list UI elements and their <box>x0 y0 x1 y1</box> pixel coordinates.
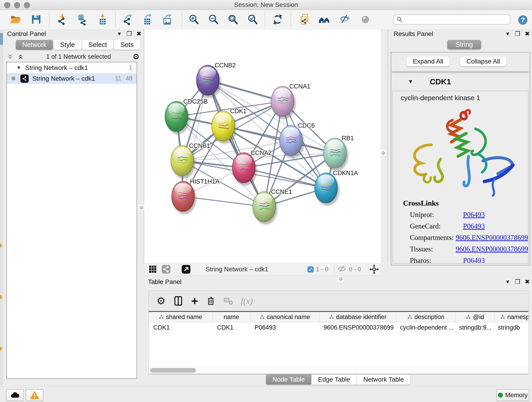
crosslinks-section: CrossLinks Uniprot:P06493GeneCard:P06493… <box>393 199 528 264</box>
selected-checkbox-icon[interactable]: ✓ <box>307 266 314 273</box>
column-header-namespace[interactable]: namespace <box>495 312 529 322</box>
column-header--id[interactable]: @id <box>456 312 495 322</box>
edge-CDK1-RB1[interactable] <box>223 126 335 153</box>
show-columns-icon[interactable] <box>173 296 183 306</box>
zoom-in-button[interactable] <box>187 13 200 26</box>
search-box[interactable] <box>393 14 510 25</box>
show-items-button[interactable] <box>359 13 372 26</box>
add-column-icon[interactable]: + <box>191 296 198 306</box>
cloud-button[interactable] <box>6 389 24 401</box>
selected-count: 1 - 0 <box>316 266 328 273</box>
tab-style[interactable]: Style <box>54 40 81 50</box>
import-network-button[interactable] <box>56 13 69 26</box>
column-header-database-identifier[interactable]: database identifier <box>320 312 396 322</box>
table-cell: 9606.ENSP00000378699 <box>319 322 395 333</box>
gene-header[interactable]: ▼ CDK1 <box>391 73 530 90</box>
node-CDKN1A[interactable] <box>315 173 339 206</box>
table-settings-gear-icon[interactable]: ⚙ <box>157 297 165 305</box>
zoom-selected-button[interactable] <box>246 13 259 26</box>
node-CCNE1[interactable] <box>253 191 278 225</box>
crosslink-link[interactable]: P06493 <box>463 211 485 219</box>
share-document-button[interactable] <box>298 13 311 26</box>
open-session-button[interactable] <box>9 13 22 26</box>
right-splitter[interactable] <box>388 30 388 263</box>
desktop-edge-artifact <box>0 33 3 45</box>
splitter-handle[interactable] <box>139 205 144 210</box>
export-image-button[interactable] <box>161 13 174 26</box>
search-input[interactable] <box>404 15 510 24</box>
string-style-toggle-icon[interactable] <box>161 264 171 274</box>
collapse-triangle-icon[interactable]: ▼ <box>408 78 413 85</box>
grid-view-icon[interactable] <box>148 264 158 274</box>
export-table-button[interactable] <box>141 13 154 26</box>
node-HIST1H1A[interactable] <box>172 181 196 214</box>
float-panel-icon[interactable]: ❒ <box>515 30 520 37</box>
import-table-button[interactable] <box>96 13 109 26</box>
node-CCNB1[interactable] <box>171 146 196 179</box>
home-button[interactable] <box>318 13 331 26</box>
open-in-window-icon[interactable] <box>181 264 191 274</box>
table-cell: CDK1 <box>212 322 250 333</box>
table-horizontal-scrollbar[interactable] <box>149 367 529 374</box>
network-collection-row[interactable]: ▼ String Network – cdk1 1 <box>7 62 137 73</box>
birdseye-navigator-icon[interactable] <box>369 264 379 274</box>
collapse-triangle-icon[interactable]: ▼ <box>17 65 21 70</box>
close-panel-icon[interactable]: ✖ <box>136 30 141 37</box>
column-header-description[interactable]: description <box>396 312 456 322</box>
zoom-fit-button[interactable] <box>227 13 239 26</box>
left-splitter[interactable] <box>144 30 144 263</box>
zoom-out-button[interactable] <box>207 13 220 26</box>
delete-column-trash-icon[interactable] <box>206 296 215 306</box>
node-RB1[interactable] <box>323 138 348 171</box>
warning-button[interactable] <box>26 389 44 401</box>
import-database-button[interactable] <box>75 13 88 26</box>
column-header-shared-name[interactable]: shared name <box>149 312 213 322</box>
tab-string[interactable]: String <box>447 40 481 49</box>
column-header-canonical-name[interactable]: canonical name <box>250 312 320 322</box>
float-panel-icon[interactable]: ❒ <box>127 30 132 37</box>
tab-edge-table[interactable]: Edge Table <box>311 374 357 385</box>
node-CDC6[interactable] <box>279 125 304 158</box>
node-CCNB2[interactable] <box>196 65 221 98</box>
tab-network-table[interactable]: Network Table <box>357 374 411 385</box>
splitter-handle[interactable] <box>380 150 386 156</box>
crosslink-label: Compartments: <box>410 234 456 242</box>
table-row[interactable]: CDK1CDK1P064939606.ENSP00000378699cyclin… <box>149 322 529 333</box>
save-session-button[interactable] <box>30 13 43 26</box>
panel-menu-icon[interactable]: ▼ <box>505 31 510 37</box>
hide-items-button[interactable] <box>338 13 351 26</box>
export-table-icon <box>142 13 154 26</box>
gear-icon[interactable]: ⚙ <box>133 53 139 61</box>
toolbar-separator <box>115 12 116 27</box>
column-header-name[interactable]: name <box>213 312 250 322</box>
crosslink-link[interactable]: 9606.ENSP00000378699 <box>456 234 528 242</box>
collapse-all-icon[interactable] <box>6 53 14 61</box>
network-row[interactable]: String Network – cdk1 11 48 <box>7 73 137 84</box>
close-panel-icon[interactable]: ✖ <box>525 278 530 285</box>
crosslink-link[interactable]: P06493 <box>463 222 485 230</box>
expand-all-button[interactable]: Expand All <box>406 57 450 66</box>
crosslink-link[interactable]: 9606.ENSP00000378699 <box>456 245 528 253</box>
tab-network[interactable]: Network <box>16 40 53 50</box>
tab-select[interactable]: Select <box>82 40 114 50</box>
edge-CCNB2-CCNE1[interactable] <box>208 80 264 207</box>
collapse-all-button[interactable]: Collapse All <box>460 57 506 66</box>
export-network-button[interactable] <box>122 13 135 26</box>
tab-sets[interactable]: Sets <box>114 40 140 50</box>
node-CCNA2[interactable] <box>232 153 257 186</box>
results-panel: Results Panel ▼ ❒ ✖ String Expand All Co… <box>389 30 532 268</box>
float-panel-icon[interactable]: ❒ <box>515 278 520 285</box>
panel-menu-icon[interactable]: ▼ <box>117 31 122 37</box>
crosslink-label: Uniprot: <box>410 211 463 219</box>
expand-all-icon[interactable] <box>17 53 25 61</box>
network-view[interactable]: CCNB2CCNA1CDC25BCDK1CDC6RB1CCNB1CCNA2CDK… <box>144 30 381 263</box>
panel-menu-icon[interactable]: ▼ <box>505 279 510 285</box>
help-button[interactable]: ? <box>518 15 527 25</box>
scrollbar-thumb[interactable] <box>150 368 196 373</box>
hidden-eye-icon[interactable] <box>337 265 346 274</box>
refresh-network-button[interactable] <box>271 13 284 26</box>
memory-button[interactable]: Memory <box>496 389 529 401</box>
close-panel-icon[interactable]: ✖ <box>525 30 530 37</box>
tab-node-table[interactable]: Node Table <box>266 374 311 385</box>
crosslink-link[interactable]: P06493 <box>463 256 485 264</box>
